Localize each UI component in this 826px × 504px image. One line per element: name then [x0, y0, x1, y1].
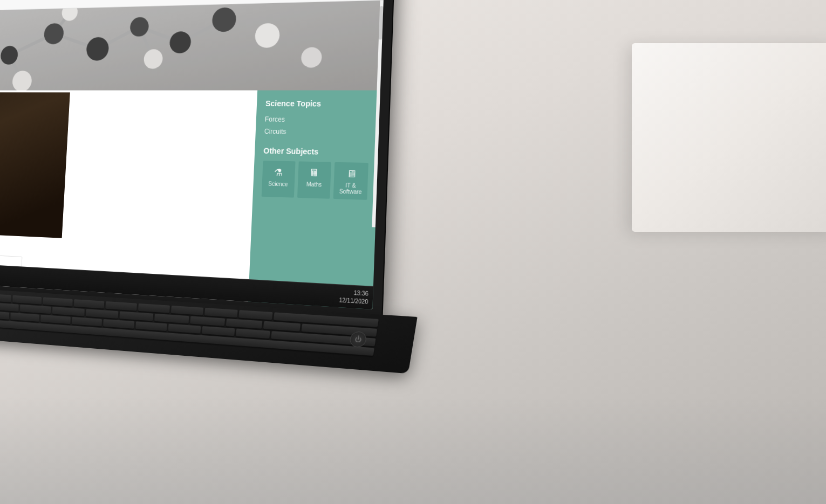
it-icon: 🖥: [346, 168, 357, 181]
related-docs-title: Related Documents: [0, 237, 240, 263]
video-thumbnail[interactable]: [0, 92, 70, 238]
key[interactable]: [41, 315, 71, 324]
subject-tile-it[interactable]: 🖥 IT & Software: [333, 162, 368, 200]
taskbar-date: 12/11/2020: [339, 296, 368, 306]
right-sidebar: Science Topics Forces Circuits Other Sub…: [248, 91, 380, 309]
sharepoint-page: 🔍 Search this site ☆ Not following ⤴ Sha…: [0, 0, 385, 309]
science-label: Science: [268, 181, 288, 187]
molecule-decoration: [0, 1, 384, 91]
key[interactable]: [106, 301, 137, 311]
key[interactable]: [43, 297, 73, 306]
key[interactable]: [52, 307, 85, 316]
key[interactable]: [154, 314, 189, 323]
key[interactable]: [138, 303, 170, 313]
topic-forces[interactable]: Forces: [264, 113, 370, 126]
desk-object: [632, 43, 826, 232]
svg-rect-22: [0, 1, 384, 91]
hero-image: [0, 1, 384, 91]
other-subjects-heading: Other Subjects: [263, 146, 369, 157]
key[interactable]: [72, 317, 102, 327]
key[interactable]: [226, 319, 262, 329]
maths-icon: 🖩: [309, 167, 320, 179]
key[interactable]: [204, 308, 238, 317]
key[interactable]: [0, 293, 11, 302]
key[interactable]: [135, 321, 167, 331]
taskbar-clock: 13:36 12/11/2020: [339, 288, 368, 306]
svg-rect-23: [0, 92, 70, 238]
key[interactable]: [13, 295, 42, 305]
key[interactable]: [120, 311, 153, 321]
laptop: 🔍 Search this site ☆ Not following ⤴ Sha…: [0, 0, 477, 431]
subject-tile-maths[interactable]: 🖩 Maths: [297, 161, 332, 198]
key[interactable]: [20, 305, 51, 314]
key[interactable]: [202, 326, 235, 336]
science-icon: ⚗: [274, 167, 283, 179]
key[interactable]: [170, 306, 203, 315]
scene-background: 🔍 Search this site ☆ Not following ⤴ Sha…: [0, 0, 826, 504]
it-label: IT & Software: [337, 182, 364, 196]
key[interactable]: [168, 324, 201, 334]
key[interactable]: [0, 302, 18, 312]
topic-circuits[interactable]: Circuits: [264, 126, 370, 139]
key[interactable]: [238, 310, 272, 320]
key[interactable]: [0, 310, 9, 320]
science-topics-heading: Science Topics: [265, 99, 371, 108]
maths-label: Maths: [306, 181, 322, 188]
key[interactable]: [263, 321, 301, 332]
key[interactable]: [103, 319, 134, 329]
key[interactable]: [74, 299, 104, 308]
key[interactable]: [86, 309, 119, 319]
laptop-screen-lid: 🔍 Search this site ☆ Not following ⤴ Sha…: [0, 0, 394, 317]
subject-tiles: ⚗ Science 🖩 Maths 🖥 IT & Software: [262, 161, 368, 200]
subject-tile-science[interactable]: ⚗ Science: [262, 161, 296, 198]
key[interactable]: [190, 316, 226, 326]
key[interactable]: [10, 313, 39, 322]
key[interactable]: [236, 329, 270, 339]
screen-display: 🔍 Search this site ☆ Not following ⤴ Sha…: [0, 0, 385, 309]
